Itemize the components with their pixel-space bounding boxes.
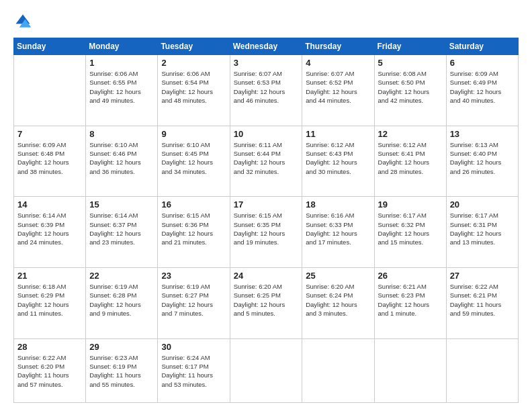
day-number: 13 xyxy=(450,129,515,139)
day-number: 26 xyxy=(378,271,443,281)
page: SundayMondayTuesdayWednesdayThursdayFrid… xyxy=(0,0,532,411)
day-info: Sunrise: 6:21 AM Sunset: 6:23 PM Dayligh… xyxy=(378,282,443,318)
day-number: 10 xyxy=(234,129,299,139)
weekday-header: Monday xyxy=(86,38,158,55)
day-info: Sunrise: 6:07 AM Sunset: 6:52 PM Dayligh… xyxy=(306,69,370,105)
calendar-cell: 9Sunrise: 6:10 AM Sunset: 6:45 PM Daylig… xyxy=(158,126,230,197)
calendar-week-row: 14Sunrise: 6:14 AM Sunset: 6:39 PM Dayli… xyxy=(14,197,519,268)
weekday-header: Tuesday xyxy=(158,38,230,55)
day-number: 5 xyxy=(378,58,443,68)
calendar-cell: 19Sunrise: 6:17 AM Sunset: 6:32 PM Dayli… xyxy=(374,197,446,268)
day-info: Sunrise: 6:19 AM Sunset: 6:27 PM Dayligh… xyxy=(161,282,226,318)
day-number: 22 xyxy=(89,271,154,281)
calendar-cell: 8Sunrise: 6:10 AM Sunset: 6:46 PM Daylig… xyxy=(86,126,158,197)
day-number: 17 xyxy=(234,199,299,210)
day-info: Sunrise: 6:09 AM Sunset: 6:48 PM Dayligh… xyxy=(17,140,82,176)
day-number: 1 xyxy=(89,58,154,68)
calendar-cell: 11Sunrise: 6:12 AM Sunset: 6:43 PM Dayli… xyxy=(302,126,374,197)
calendar-cell: 24Sunrise: 6:20 AM Sunset: 6:25 PM Dayli… xyxy=(230,268,302,339)
day-info: Sunrise: 6:11 AM Sunset: 6:44 PM Dayligh… xyxy=(234,140,299,176)
calendar-cell: 13Sunrise: 6:13 AM Sunset: 6:40 PM Dayli… xyxy=(446,126,518,197)
day-number: 15 xyxy=(89,199,154,210)
calendar-cell xyxy=(230,338,302,402)
calendar-cell: 20Sunrise: 6:17 AM Sunset: 6:31 PM Dayli… xyxy=(446,197,518,268)
calendar-cell: 4Sunrise: 6:07 AM Sunset: 6:52 PM Daylig… xyxy=(302,55,374,126)
day-number: 29 xyxy=(89,342,154,352)
day-number: 11 xyxy=(306,129,370,139)
logo xyxy=(13,12,35,31)
day-info: Sunrise: 6:09 AM Sunset: 6:49 PM Dayligh… xyxy=(450,69,515,105)
calendar-cell xyxy=(374,338,446,402)
day-info: Sunrise: 6:06 AM Sunset: 6:55 PM Dayligh… xyxy=(89,69,154,105)
day-info: Sunrise: 6:07 AM Sunset: 6:53 PM Dayligh… xyxy=(234,69,299,105)
calendar-cell: 7Sunrise: 6:09 AM Sunset: 6:48 PM Daylig… xyxy=(14,126,86,197)
day-info: Sunrise: 6:16 AM Sunset: 6:33 PM Dayligh… xyxy=(306,211,370,246)
day-info: Sunrise: 6:20 AM Sunset: 6:24 PM Dayligh… xyxy=(306,282,370,318)
weekday-header: Friday xyxy=(374,38,446,55)
day-number: 14 xyxy=(17,199,82,210)
day-number: 24 xyxy=(234,271,299,281)
day-info: Sunrise: 6:10 AM Sunset: 6:46 PM Dayligh… xyxy=(89,140,154,176)
calendar-cell: 14Sunrise: 6:14 AM Sunset: 6:39 PM Dayli… xyxy=(14,197,86,268)
header xyxy=(13,12,519,31)
calendar-cell: 21Sunrise: 6:18 AM Sunset: 6:29 PM Dayli… xyxy=(14,268,86,339)
calendar-header-row: SundayMondayTuesdayWednesdayThursdayFrid… xyxy=(14,38,519,55)
calendar-cell: 10Sunrise: 6:11 AM Sunset: 6:44 PM Dayli… xyxy=(230,126,302,197)
calendar-week-row: 21Sunrise: 6:18 AM Sunset: 6:29 PM Dayli… xyxy=(14,268,519,339)
calendar-cell xyxy=(302,338,374,402)
calendar-cell: 5Sunrise: 6:08 AM Sunset: 6:50 PM Daylig… xyxy=(374,55,446,126)
weekday-header: Wednesday xyxy=(230,38,302,55)
day-info: Sunrise: 6:17 AM Sunset: 6:31 PM Dayligh… xyxy=(450,211,515,246)
day-number: 30 xyxy=(161,342,226,352)
day-info: Sunrise: 6:19 AM Sunset: 6:28 PM Dayligh… xyxy=(89,282,154,318)
calendar-cell xyxy=(14,55,86,126)
day-info: Sunrise: 6:08 AM Sunset: 6:50 PM Dayligh… xyxy=(378,69,443,105)
calendar-cell: 22Sunrise: 6:19 AM Sunset: 6:28 PM Dayli… xyxy=(86,268,158,339)
calendar-cell xyxy=(446,338,518,402)
day-number: 23 xyxy=(161,271,226,281)
day-info: Sunrise: 6:18 AM Sunset: 6:29 PM Dayligh… xyxy=(17,282,82,318)
day-info: Sunrise: 6:13 AM Sunset: 6:40 PM Dayligh… xyxy=(450,140,515,176)
calendar-cell: 30Sunrise: 6:24 AM Sunset: 6:17 PM Dayli… xyxy=(158,338,230,402)
calendar-cell: 27Sunrise: 6:22 AM Sunset: 6:21 PM Dayli… xyxy=(446,268,518,339)
day-info: Sunrise: 6:15 AM Sunset: 6:36 PM Dayligh… xyxy=(161,211,226,246)
day-number: 21 xyxy=(17,271,82,281)
day-number: 8 xyxy=(89,129,154,139)
calendar-cell: 2Sunrise: 6:06 AM Sunset: 6:54 PM Daylig… xyxy=(158,55,230,126)
day-number: 7 xyxy=(17,129,82,139)
day-info: Sunrise: 6:24 AM Sunset: 6:17 PM Dayligh… xyxy=(161,353,226,389)
day-number: 18 xyxy=(306,199,370,210)
day-number: 20 xyxy=(450,199,515,210)
day-info: Sunrise: 6:12 AM Sunset: 6:43 PM Dayligh… xyxy=(306,140,370,176)
day-number: 16 xyxy=(161,199,226,210)
day-info: Sunrise: 6:12 AM Sunset: 6:41 PM Dayligh… xyxy=(378,140,443,176)
day-info: Sunrise: 6:15 AM Sunset: 6:35 PM Dayligh… xyxy=(234,211,299,246)
calendar-cell: 3Sunrise: 6:07 AM Sunset: 6:53 PM Daylig… xyxy=(230,55,302,126)
day-number: 19 xyxy=(378,199,443,210)
day-number: 12 xyxy=(378,129,443,139)
calendar-cell: 17Sunrise: 6:15 AM Sunset: 6:35 PM Dayli… xyxy=(230,197,302,268)
day-info: Sunrise: 6:20 AM Sunset: 6:25 PM Dayligh… xyxy=(234,282,299,318)
calendar-cell: 1Sunrise: 6:06 AM Sunset: 6:55 PM Daylig… xyxy=(86,55,158,126)
calendar-table: SundayMondayTuesdayWednesdayThursdayFrid… xyxy=(13,38,519,403)
calendar-cell: 29Sunrise: 6:23 AM Sunset: 6:19 PM Dayli… xyxy=(86,338,158,402)
day-info: Sunrise: 6:22 AM Sunset: 6:20 PM Dayligh… xyxy=(17,353,82,389)
day-info: Sunrise: 6:06 AM Sunset: 6:54 PM Dayligh… xyxy=(161,69,226,105)
day-number: 6 xyxy=(450,58,515,68)
calendar-cell: 16Sunrise: 6:15 AM Sunset: 6:36 PM Dayli… xyxy=(158,197,230,268)
day-info: Sunrise: 6:14 AM Sunset: 6:37 PM Dayligh… xyxy=(89,211,154,246)
day-number: 27 xyxy=(450,271,515,281)
weekday-header: Thursday xyxy=(302,38,374,55)
day-info: Sunrise: 6:22 AM Sunset: 6:21 PM Dayligh… xyxy=(450,282,515,318)
calendar-cell: 23Sunrise: 6:19 AM Sunset: 6:27 PM Dayli… xyxy=(158,268,230,339)
calendar-cell: 28Sunrise: 6:22 AM Sunset: 6:20 PM Dayli… xyxy=(14,338,86,402)
day-number: 2 xyxy=(161,58,226,68)
weekday-header: Saturday xyxy=(446,38,518,55)
calendar-cell: 26Sunrise: 6:21 AM Sunset: 6:23 PM Dayli… xyxy=(374,268,446,339)
calendar-cell: 15Sunrise: 6:14 AM Sunset: 6:37 PM Dayli… xyxy=(86,197,158,268)
calendar-cell: 25Sunrise: 6:20 AM Sunset: 6:24 PM Dayli… xyxy=(302,268,374,339)
calendar-cell: 18Sunrise: 6:16 AM Sunset: 6:33 PM Dayli… xyxy=(302,197,374,268)
day-info: Sunrise: 6:14 AM Sunset: 6:39 PM Dayligh… xyxy=(17,211,82,246)
calendar-cell: 12Sunrise: 6:12 AM Sunset: 6:41 PM Dayli… xyxy=(374,126,446,197)
day-info: Sunrise: 6:17 AM Sunset: 6:32 PM Dayligh… xyxy=(378,211,443,246)
